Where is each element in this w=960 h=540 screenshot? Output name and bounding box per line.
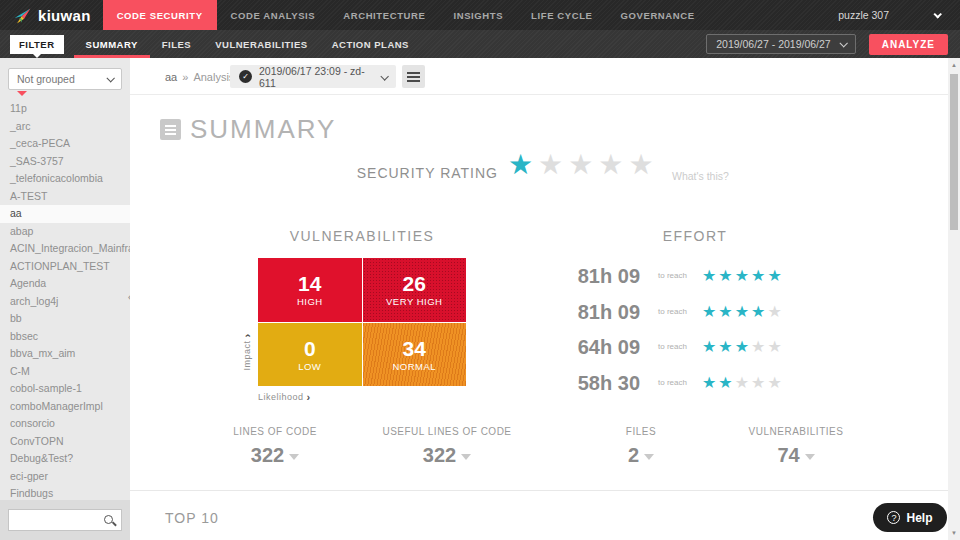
metric-lines-of-code: LINES OF CODE322 <box>190 426 360 467</box>
effort-star: ★ <box>702 267 718 284</box>
tab-files[interactable]: FILES <box>150 30 203 58</box>
vuln-quadrant-normal[interactable]: 34NORMAL <box>363 323 467 387</box>
sidebar-item-acin-integracion-mainframe[interactable]: ACIN_Integracion_Mainframe <box>0 240 130 258</box>
application-list: 11p_arc_ceca-PECA_SAS-3757_telefonicacol… <box>0 100 130 500</box>
effort-star: ★ <box>767 338 783 355</box>
search-icon[interactable] <box>103 514 117 528</box>
page-scrollbar[interactable]: ▲ ▼ <box>948 58 960 540</box>
metric-number: 74 <box>777 444 799 466</box>
grouping-select-value: Not grouped <box>17 73 75 85</box>
breadcrumb-project[interactable]: aa <box>165 71 177 83</box>
analysis-header-bar: aa » Analysis ✓ 2019/06/17 23:09 - zd-61… <box>130 58 948 95</box>
subnav-right: 2019/06/27 - 2019/06/27 ANALYZE <box>706 34 960 55</box>
sidebar-item-convtopn[interactable]: ConvTOPN <box>0 433 130 451</box>
effort-star: ★ <box>735 374 751 391</box>
vuln-quadrant-very-high[interactable]: 26VERY HIGH <box>363 258 467 322</box>
sidebar-item-11p[interactable]: 11p <box>0 100 130 118</box>
sidebar-item-bbsec[interactable]: bbsec <box>0 328 130 346</box>
kiuwan-logo[interactable]: kiuwan <box>0 0 103 30</box>
vuln-quadrant-high[interactable]: 14HIGH <box>258 258 362 322</box>
sidebar-item-ceca-peca[interactable]: _ceca-PECA <box>0 135 130 153</box>
topnav-item-architecture[interactable]: ARCHITECTURE <box>329 0 439 30</box>
metric-label: FILES <box>556 426 726 437</box>
metric-useful-lines-of-code: USEFUL LINES OF CODE322 <box>362 426 532 467</box>
tab-summary[interactable]: SUMMARY <box>74 30 150 58</box>
tab-action-plans[interactable]: ACTION PLANS <box>320 30 421 58</box>
metric-label: LINES OF CODE <box>190 426 360 437</box>
sidebar-item-c-m[interactable]: C-M <box>0 363 130 381</box>
metric-value[interactable]: 2 <box>556 444 726 467</box>
metric-dropdown-icon[interactable] <box>289 454 299 460</box>
impact-axis-arrow-icon: › <box>241 333 253 337</box>
sidebar-item-actionplan-test[interactable]: ACTIONPLAN_TEST <box>0 258 130 276</box>
sidebar-item-telefonicacolombia[interactable]: _telefonicacolombia <box>0 170 130 188</box>
sidebar-item-abap[interactable]: abap <box>0 223 130 241</box>
metric-value[interactable]: 322 <box>190 444 360 467</box>
sidebar-item-agenda[interactable]: Agenda <box>0 275 130 293</box>
sidebar-item-debug-test[interactable]: Debug&Test? <box>0 450 130 468</box>
effort-star: ★ <box>767 267 783 284</box>
account-selector[interactable]: puzzle 307 <box>838 9 889 21</box>
vuln-severity-label: VERY HIGH <box>386 296 442 307</box>
sidebar-item-arc[interactable]: _arc <box>0 118 130 136</box>
filter-button[interactable]: FILTER <box>10 35 64 54</box>
effort-row-2: 81h 09to reach★★★★★ <box>510 297 850 333</box>
date-range-value: 2019/06/27 - 2019/06/27 <box>716 38 830 50</box>
sidebar-item-findbugs[interactable]: Findbugs <box>0 485 130 500</box>
grouping-select[interactable]: Not grouped <box>8 68 122 90</box>
to-reach-label: to reach <box>658 342 687 351</box>
sidebar-item-aa[interactable]: aa <box>0 205 130 223</box>
metric-value[interactable]: 322 <box>362 444 532 467</box>
effort-rows: 81h 09to reach★★★★★81h 09to reach★★★★★64… <box>510 261 850 403</box>
sidebar-item-combomanagerimpl[interactable]: comboManagerImpl <box>0 398 130 416</box>
effort-star: ★ <box>751 303 767 320</box>
effort-target-stars: ★★★★★ <box>702 268 784 284</box>
metric-number: 2 <box>628 444 639 466</box>
vuln-count-very-high: 26 <box>403 272 426 296</box>
effort-title: EFFORT <box>600 228 790 244</box>
effort-star: ★ <box>718 267 734 284</box>
metric-dropdown-icon[interactable] <box>461 454 471 460</box>
help-button-label: Help <box>906 511 932 525</box>
effort-star: ★ <box>735 267 751 284</box>
help-button[interactable]: ? Help <box>873 503 947 532</box>
scrollbar-thumb[interactable] <box>950 74 958 230</box>
topnav-item-code-analysis[interactable]: CODE ANALYSIS <box>217 0 330 30</box>
security-rating-star: ★ <box>598 149 628 180</box>
grouping-pointer-icon <box>17 91 27 96</box>
sidebar-item-consorcio[interactable]: consorcio <box>0 415 130 433</box>
analyze-button[interactable]: ANALYZE <box>869 34 948 55</box>
whats-this-link[interactable]: What's this? <box>672 170 729 182</box>
metric-label: VULNERABILITIES <box>711 426 881 437</box>
metric-value[interactable]: 74 <box>711 444 881 467</box>
sidebar-item-eci-gper[interactable]: eci-gper <box>0 468 130 486</box>
effort-star: ★ <box>751 338 767 355</box>
sidebar-item-sas-3757[interactable]: _SAS-3757 <box>0 153 130 171</box>
topnav-item-code-security[interactable]: CODE SECURITY <box>103 0 217 30</box>
metric-dropdown-icon[interactable] <box>644 454 654 460</box>
sidebar-item-cobol-sample-1[interactable]: cobol-sample-1 <box>0 380 130 398</box>
sidebar-item-bbva-mx-aim[interactable]: bbva_mx_aim <box>0 345 130 363</box>
topnav-item-governance[interactable]: GOVERNANCE <box>607 0 709 30</box>
effort-hours: 64h 09 <box>510 336 640 359</box>
analysis-select[interactable]: ✓ 2019/06/17 23:09 - zd-611 <box>230 65 396 88</box>
account-chevron-down-icon[interactable] <box>933 10 941 18</box>
sidebar-item-a-test[interactable]: A-TEST <box>0 188 130 206</box>
scroll-down-icon[interactable]: ▼ <box>948 530 960 536</box>
metric-number: 322 <box>423 444 456 466</box>
vuln-quadrant-low[interactable]: 0LOW <box>258 323 362 387</box>
topnav-item-insights[interactable]: INSIGHTS <box>439 0 517 30</box>
sidebar-item-arch-log4j[interactable]: arch_log4j <box>0 293 130 311</box>
tab-vulnerabilities[interactable]: VULNERABILITIES <box>203 30 319 58</box>
vuln-severity-label: HIGH <box>297 296 323 307</box>
summary-header: SUMMARY <box>160 114 336 145</box>
sidebar-item-bb[interactable]: bb <box>0 310 130 328</box>
scroll-up-icon[interactable]: ▲ <box>948 62 960 68</box>
effort-star: ★ <box>702 338 718 355</box>
topnav-item-life-cycle[interactable]: LIFE CYCLE <box>517 0 606 30</box>
analysis-menu-button[interactable] <box>402 65 425 88</box>
effort-star: ★ <box>767 303 783 320</box>
metric-dropdown-icon[interactable] <box>805 454 815 460</box>
date-range-selector[interactable]: 2019/06/27 - 2019/06/27 <box>706 34 855 54</box>
effort-star: ★ <box>702 303 718 320</box>
